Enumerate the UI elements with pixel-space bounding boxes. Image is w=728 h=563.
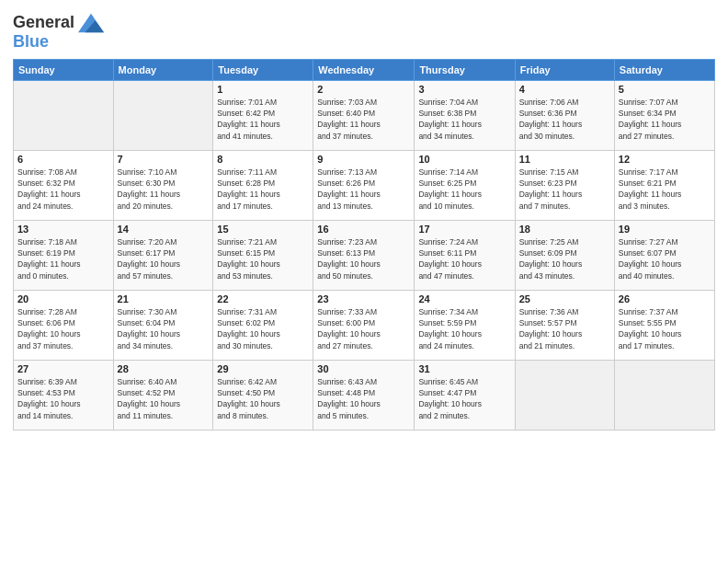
day-number: 12	[619, 154, 711, 165]
calendar-cell: 12Sunrise: 7:17 AM Sunset: 6:21 PM Dayli…	[614, 150, 714, 220]
day-detail: Sunrise: 6:39 AM Sunset: 4:53 PM Dayligh…	[17, 376, 109, 421]
calendar-cell: 24Sunrise: 7:34 AM Sunset: 5:59 PM Dayli…	[415, 290, 515, 360]
day-number: 29	[217, 363, 309, 374]
weekday-header-wednesday: Wednesday	[313, 59, 415, 80]
day-number: 17	[418, 224, 510, 235]
calendar-cell: 21Sunrise: 7:30 AM Sunset: 6:04 PM Dayli…	[113, 290, 213, 360]
day-number: 1	[217, 84, 309, 95]
day-number: 16	[317, 224, 410, 235]
day-number: 2	[317, 84, 410, 95]
day-number: 6	[17, 154, 109, 165]
day-detail: Sunrise: 6:45 AM Sunset: 4:47 PM Dayligh…	[418, 376, 510, 421]
calendar-cell: 30Sunrise: 6:43 AM Sunset: 4:48 PM Dayli…	[313, 360, 415, 430]
day-number: 26	[619, 293, 711, 304]
day-detail: Sunrise: 7:08 AM Sunset: 6:32 PM Dayligh…	[17, 167, 109, 212]
calendar-cell: 29Sunrise: 6:42 AM Sunset: 4:50 PM Dayli…	[213, 360, 313, 430]
day-detail: Sunrise: 7:37 AM Sunset: 5:55 PM Dayligh…	[619, 306, 711, 351]
day-detail: Sunrise: 7:25 AM Sunset: 6:09 PM Dayligh…	[519, 236, 610, 282]
day-number: 24	[418, 293, 510, 304]
calendar-cell	[14, 80, 114, 150]
day-number: 25	[519, 293, 610, 304]
day-number: 20	[17, 293, 109, 304]
day-number: 4	[519, 84, 610, 95]
day-number: 19	[619, 224, 711, 235]
day-number: 21	[118, 293, 210, 304]
calendar-cell: 1Sunrise: 7:01 AM Sunset: 6:42 PM Daylig…	[213, 80, 313, 150]
day-number: 27	[17, 363, 109, 374]
day-detail: Sunrise: 7:14 AM Sunset: 6:25 PM Dayligh…	[418, 167, 510, 212]
weekday-header-saturday: Saturday	[614, 59, 714, 80]
calendar-cell: 7Sunrise: 7:10 AM Sunset: 6:30 PM Daylig…	[113, 150, 213, 220]
calendar-cell: 14Sunrise: 7:20 AM Sunset: 6:17 PM Dayli…	[113, 220, 213, 290]
day-number: 8	[217, 154, 309, 165]
day-detail: Sunrise: 7:36 AM Sunset: 5:57 PM Dayligh…	[519, 306, 610, 351]
day-number: 18	[519, 224, 610, 235]
day-number: 3	[418, 84, 510, 95]
day-detail: Sunrise: 7:15 AM Sunset: 6:23 PM Dayligh…	[519, 167, 610, 212]
day-number: 30	[317, 363, 410, 374]
calendar-cell: 4Sunrise: 7:06 AM Sunset: 6:36 PM Daylig…	[515, 80, 614, 150]
weekday-header-friday: Friday	[515, 59, 614, 80]
logo: General Blue	[13, 13, 104, 52]
day-detail: Sunrise: 7:13 AM Sunset: 6:26 PM Dayligh…	[317, 167, 410, 212]
calendar-cell: 5Sunrise: 7:07 AM Sunset: 6:34 PM Daylig…	[614, 80, 714, 150]
day-number: 28	[118, 363, 210, 374]
day-detail: Sunrise: 7:10 AM Sunset: 6:30 PM Dayligh…	[118, 167, 210, 212]
calendar-cell	[614, 360, 714, 430]
day-detail: Sunrise: 7:18 AM Sunset: 6:19 PM Dayligh…	[17, 236, 109, 282]
day-detail: Sunrise: 7:01 AM Sunset: 6:42 PM Dayligh…	[217, 97, 309, 142]
calendar-table: SundayMondayTuesdayWednesdayThursdayFrid…	[13, 59, 715, 431]
calendar-cell: 23Sunrise: 7:33 AM Sunset: 6:00 PM Dayli…	[313, 290, 415, 360]
day-number: 22	[217, 293, 309, 304]
calendar-cell: 2Sunrise: 7:03 AM Sunset: 6:40 PM Daylig…	[313, 80, 415, 150]
calendar-cell: 9Sunrise: 7:13 AM Sunset: 6:26 PM Daylig…	[313, 150, 415, 220]
day-detail: Sunrise: 7:03 AM Sunset: 6:40 PM Dayligh…	[317, 97, 410, 142]
calendar-cell: 28Sunrise: 6:40 AM Sunset: 4:52 PM Dayli…	[113, 360, 213, 430]
day-detail: Sunrise: 7:21 AM Sunset: 6:15 PM Dayligh…	[217, 236, 309, 282]
page-header: General Blue	[13, 9, 715, 52]
calendar-cell: 22Sunrise: 7:31 AM Sunset: 6:02 PM Dayli…	[213, 290, 313, 360]
day-detail: Sunrise: 7:23 AM Sunset: 6:13 PM Dayligh…	[317, 236, 410, 282]
weekday-header-thursday: Thursday	[415, 59, 515, 80]
day-detail: Sunrise: 6:43 AM Sunset: 4:48 PM Dayligh…	[317, 376, 410, 421]
day-detail: Sunrise: 7:24 AM Sunset: 6:11 PM Dayligh…	[418, 236, 510, 282]
calendar-cell: 6Sunrise: 7:08 AM Sunset: 6:32 PM Daylig…	[14, 150, 114, 220]
calendar-cell: 31Sunrise: 6:45 AM Sunset: 4:47 PM Dayli…	[415, 360, 515, 430]
weekday-header-sunday: Sunday	[14, 59, 114, 80]
calendar-cell: 20Sunrise: 7:28 AM Sunset: 6:06 PM Dayli…	[14, 290, 114, 360]
calendar-cell: 13Sunrise: 7:18 AM Sunset: 6:19 PM Dayli…	[14, 220, 114, 290]
calendar-cell: 18Sunrise: 7:25 AM Sunset: 6:09 PM Dayli…	[515, 220, 614, 290]
day-detail: Sunrise: 7:31 AM Sunset: 6:02 PM Dayligh…	[217, 306, 309, 351]
calendar-cell: 27Sunrise: 6:39 AM Sunset: 4:53 PM Dayli…	[14, 360, 114, 430]
day-detail: Sunrise: 6:40 AM Sunset: 4:52 PM Dayligh…	[118, 376, 210, 421]
calendar-cell: 8Sunrise: 7:11 AM Sunset: 6:28 PM Daylig…	[213, 150, 313, 220]
day-detail: Sunrise: 7:28 AM Sunset: 6:06 PM Dayligh…	[17, 306, 109, 351]
calendar-cell	[113, 80, 213, 150]
calendar-cell: 19Sunrise: 7:27 AM Sunset: 6:07 PM Dayli…	[614, 220, 714, 290]
day-number: 9	[317, 154, 410, 165]
weekday-header-monday: Monday	[113, 59, 213, 80]
calendar-cell: 17Sunrise: 7:24 AM Sunset: 6:11 PM Dayli…	[415, 220, 515, 290]
day-number: 10	[418, 154, 510, 165]
logo-blue-text: Blue	[13, 33, 104, 52]
logo-icon	[78, 13, 104, 33]
calendar-cell: 11Sunrise: 7:15 AM Sunset: 6:23 PM Dayli…	[515, 150, 614, 220]
day-number: 11	[519, 154, 610, 165]
calendar-cell: 16Sunrise: 7:23 AM Sunset: 6:13 PM Dayli…	[313, 220, 415, 290]
day-detail: Sunrise: 7:07 AM Sunset: 6:34 PM Dayligh…	[619, 97, 711, 142]
day-detail: Sunrise: 7:27 AM Sunset: 6:07 PM Dayligh…	[619, 236, 711, 282]
day-detail: Sunrise: 7:30 AM Sunset: 6:04 PM Dayligh…	[118, 306, 210, 351]
day-detail: Sunrise: 7:06 AM Sunset: 6:36 PM Dayligh…	[519, 97, 610, 142]
calendar-cell: 3Sunrise: 7:04 AM Sunset: 6:38 PM Daylig…	[415, 80, 515, 150]
day-detail: Sunrise: 7:11 AM Sunset: 6:28 PM Dayligh…	[217, 167, 309, 212]
day-number: 7	[118, 154, 210, 165]
calendar-cell: 15Sunrise: 7:21 AM Sunset: 6:15 PM Dayli…	[213, 220, 313, 290]
calendar-cell: 25Sunrise: 7:36 AM Sunset: 5:57 PM Dayli…	[515, 290, 614, 360]
day-detail: Sunrise: 7:04 AM Sunset: 6:38 PM Dayligh…	[418, 97, 510, 142]
day-number: 23	[317, 293, 410, 304]
day-detail: Sunrise: 7:34 AM Sunset: 5:59 PM Dayligh…	[418, 306, 510, 351]
calendar-cell: 26Sunrise: 7:37 AM Sunset: 5:55 PM Dayli…	[614, 290, 714, 360]
day-detail: Sunrise: 7:20 AM Sunset: 6:17 PM Dayligh…	[118, 236, 210, 282]
weekday-header-tuesday: Tuesday	[213, 59, 313, 80]
day-number: 15	[217, 224, 309, 235]
